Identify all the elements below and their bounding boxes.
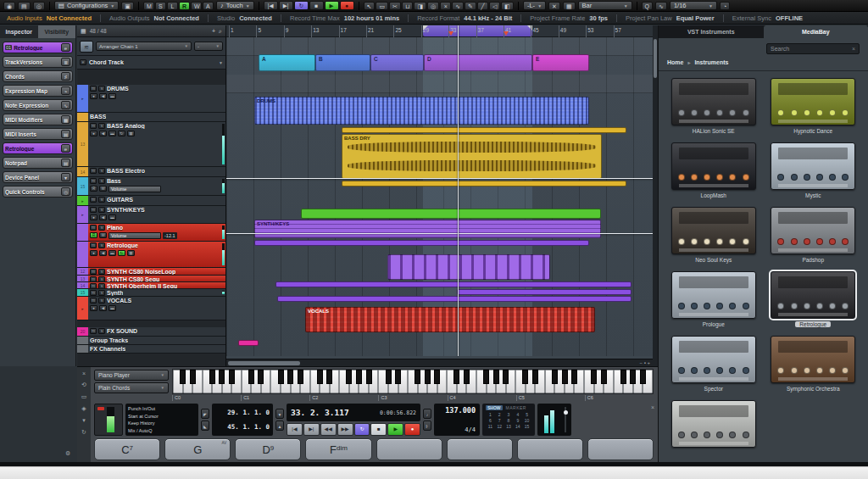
mute-button[interactable]: m bbox=[90, 328, 97, 334]
record-button[interactable]: ● bbox=[340, 1, 354, 10]
volume-parameter[interactable]: Volume bbox=[108, 186, 161, 192]
object-select-tool[interactable]: ↖ bbox=[364, 2, 376, 10]
region-synth-keys[interactable]: SYNTH/KEYS bbox=[254, 220, 601, 238]
tempo-value[interactable]: 137.000 bbox=[438, 406, 476, 415]
region-clip-4[interactable] bbox=[301, 209, 601, 219]
write-automation-button[interactable]: W bbox=[99, 186, 107, 192]
track-row-synth[interactable]: 15msSynth bbox=[77, 289, 225, 297]
range-select-tool[interactable]: ▭ bbox=[376, 2, 388, 10]
black-key[interactable] bbox=[386, 370, 392, 384]
region-clip-7[interactable] bbox=[387, 254, 550, 280]
track-control-0[interactable]: ● bbox=[90, 214, 97, 220]
black-key[interactable] bbox=[415, 370, 420, 384]
region-clip-9[interactable] bbox=[457, 289, 632, 295]
solo-button[interactable]: s bbox=[98, 269, 105, 275]
marker-4-button[interactable]: 4 bbox=[513, 412, 522, 417]
instrument-symphonic-orchestra[interactable]: Symphonic Orchestra bbox=[771, 336, 857, 392]
black-key[interactable] bbox=[356, 370, 362, 384]
solo-button[interactable]: s bbox=[98, 283, 105, 288]
fader-handle[interactable] bbox=[564, 410, 568, 415]
arranger-section-d[interactable]: D bbox=[424, 54, 532, 71]
solo-button[interactable]: s bbox=[98, 298, 105, 304]
chord-mode-select[interactable]: Plain Chords ▼ bbox=[94, 382, 169, 393]
cycle-button[interactable]: ↻ bbox=[354, 423, 370, 436]
inspector-section-note-expression[interactable]: Note Expression∿ bbox=[3, 99, 73, 111]
black-key[interactable] bbox=[483, 370, 489, 384]
track-control-2[interactable]: ▬ bbox=[108, 250, 116, 256]
close-lower-zone-icon[interactable]: × bbox=[651, 404, 654, 410]
tab-visibility[interactable]: Visibility bbox=[38, 25, 76, 38]
track-control-2[interactable]: ▬ bbox=[108, 305, 116, 311]
mute-button[interactable]: m bbox=[90, 197, 97, 203]
solo-button[interactable]: s bbox=[98, 242, 105, 248]
punch-in-button[interactable]: ▼ bbox=[275, 409, 284, 419]
piano-keyboard[interactable] bbox=[172, 369, 654, 394]
iterative-quantize-icon[interactable]: ◔ bbox=[720, 2, 730, 10]
black-key[interactable] bbox=[434, 370, 440, 384]
playhead-cursor[interactable] bbox=[458, 25, 459, 356]
tempo-track-button[interactable]: 𝄆 bbox=[423, 421, 431, 431]
black-key[interactable] bbox=[532, 370, 538, 384]
marker-9-button[interactable]: 9 bbox=[513, 418, 522, 423]
instrument-mystic[interactable]: Mystic bbox=[771, 142, 857, 198]
track-grid-icon[interactable]: ▦ bbox=[81, 28, 86, 35]
mute-button[interactable]: m bbox=[90, 283, 97, 288]
track-control-1[interactable]: ◀ bbox=[99, 131, 107, 136]
chord-pad-c7[interactable]: C7 bbox=[94, 438, 160, 460]
marker-15-button[interactable]: 15 bbox=[522, 424, 531, 429]
marker-5-button[interactable]: 5 bbox=[522, 412, 531, 417]
black-key[interactable] bbox=[591, 370, 597, 384]
section-icon-chords[interactable]: ♯ bbox=[61, 72, 70, 81]
arranger-section-e[interactable]: E bbox=[532, 54, 589, 71]
solo-button[interactable]: s bbox=[98, 207, 105, 213]
solo-button[interactable]: s bbox=[98, 276, 105, 281]
inspector-section-midi-modifiers[interactable]: MIDI Modifiers▦ bbox=[3, 114, 73, 125]
black-key[interactable] bbox=[601, 370, 607, 384]
zoom-controls[interactable]: − ▪ + bbox=[640, 360, 650, 365]
chord-pad-empty-4[interactable] bbox=[376, 438, 442, 460]
timeline-ruler[interactable]: 159131721252933374145495357 bbox=[226, 25, 653, 37]
track-row-bass-electro[interactable]: 14msBASS Electro bbox=[77, 167, 225, 177]
section-icon-quick-controls[interactable]: ◎ bbox=[61, 187, 70, 196]
section-icon-trackversions[interactable]: ≣ bbox=[61, 58, 70, 66]
locator-right-button[interactable]: ◣ bbox=[201, 421, 209, 431]
solo-button[interactable]: s bbox=[98, 225, 105, 231]
chord-pad-empty-5[interactable] bbox=[447, 438, 513, 460]
inspector-section-notepad[interactable]: Notepad▤ bbox=[3, 157, 73, 169]
track-row-piano[interactable]: msPianoRWVolume-12.1 bbox=[77, 224, 225, 242]
black-key[interactable] bbox=[620, 370, 626, 384]
instrument-loopmash[interactable]: LoopMash bbox=[670, 142, 757, 198]
tempo-display[interactable]: 137.000 4/4 bbox=[434, 404, 480, 436]
track-control-2[interactable]: ▬ bbox=[108, 93, 116, 99]
black-key[interactable] bbox=[503, 370, 509, 384]
punch-option-punch-in-out[interactable]: Punch In/Out bbox=[128, 406, 196, 411]
marker-1-button[interactable]: 1 bbox=[486, 412, 495, 417]
track-row-drums[interactable]: ▸msDRUMS●◀▬ bbox=[77, 85, 225, 113]
activity-icon[interactable]: ◉ bbox=[3, 2, 15, 10]
marker-6-button[interactable]: 6 bbox=[486, 418, 495, 423]
mute-button[interactable]: m bbox=[90, 86, 97, 92]
black-key[interactable] bbox=[180, 370, 186, 384]
marker-14-button[interactable]: 14 bbox=[513, 424, 522, 429]
song-position-value[interactable]: 33. 2. 3.117 bbox=[291, 408, 349, 417]
mute-tool[interactable]: × bbox=[440, 2, 451, 10]
vertical-scroll-thumb[interactable] bbox=[654, 39, 657, 78]
arranger-section-c[interactable]: C bbox=[370, 54, 424, 71]
black-key[interactable] bbox=[209, 370, 215, 384]
track-row-retrologue[interactable]: msRetrologue●◀▬↻▦ bbox=[77, 242, 225, 268]
black-key[interactable] bbox=[278, 370, 284, 384]
write-automation-button[interactable]: W bbox=[99, 232, 107, 238]
track-control-0[interactable]: ● bbox=[90, 131, 97, 136]
stop-button[interactable]: ■ bbox=[370, 423, 387, 436]
rewind-button[interactable]: ◀◀ bbox=[320, 423, 337, 436]
quantize-select[interactable]: 1/16▼ bbox=[670, 1, 717, 10]
punch-option-keep-history[interactable]: Keep History bbox=[128, 421, 196, 426]
play-button[interactable]: ▶ bbox=[387, 423, 403, 436]
inspector-section-chords[interactable]: Chords♯ bbox=[3, 70, 73, 82]
mute-button[interactable]: m bbox=[90, 276, 97, 281]
track-control-0[interactable]: ● bbox=[90, 93, 97, 99]
black-key[interactable] bbox=[248, 370, 254, 384]
chord-pad-empty-7[interactable] bbox=[587, 438, 654, 460]
region-clip-6[interactable] bbox=[254, 240, 589, 246]
track-row-bass-analog[interactable]: 13msBASS Analog●◀▬↻▦ bbox=[77, 122, 225, 167]
